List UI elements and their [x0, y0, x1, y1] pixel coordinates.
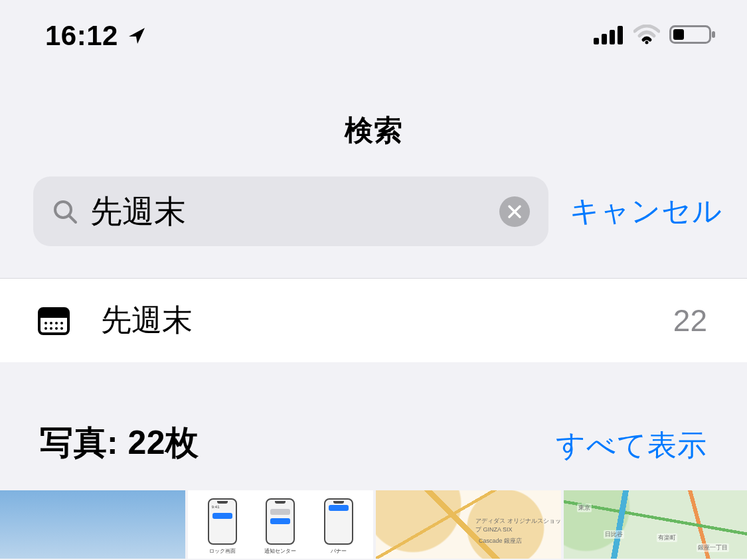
svg-point-17 [55, 322, 58, 324]
svg-point-4 [645, 41, 649, 44]
photo-thumbnail[interactable]: 東京 日比谷 有楽町 銀座一丁目 [564, 490, 747, 559]
search-row: キャンセル [0, 176, 747, 278]
status-time: 16:12 [45, 20, 118, 52]
svg-line-9 [69, 216, 76, 222]
search-field[interactable] [33, 176, 548, 246]
status-bar: 16:12 [0, 0, 747, 72]
page-title: 検索 [345, 72, 403, 176]
svg-rect-6 [673, 29, 684, 40]
map-label: 銀座一丁目 [697, 543, 729, 552]
status-left: 16:12 [45, 20, 147, 52]
map-label: 東京 [577, 504, 592, 512]
wifi-icon [633, 25, 660, 47]
photo-thumbnail[interactable]: 9:41 ロック画面 通知センター バナー [188, 490, 373, 559]
thumb-label: ロック画面 [205, 547, 240, 555]
svg-point-20 [50, 327, 52, 330]
svg-rect-2 [610, 30, 615, 44]
svg-point-16 [50, 322, 52, 324]
photo-thumbnail[interactable]: アディダス オリジナルスショップ GINZA SIX Cascade 銀座店 [376, 490, 561, 559]
cancel-button[interactable]: キャンセル [570, 192, 722, 231]
clear-search-button[interactable] [499, 196, 530, 227]
thumb-label: 通知センター [263, 547, 297, 555]
svg-rect-3 [618, 26, 623, 44]
status-right [594, 24, 717, 48]
svg-point-19 [44, 327, 47, 330]
see-all-button[interactable]: すべて表示 [556, 426, 707, 465]
svg-rect-0 [594, 38, 599, 44]
battery-icon [669, 24, 717, 48]
photos-heading: 写真: 22枚 [40, 421, 199, 465]
map-label: Cascade 銀座店 [479, 537, 522, 545]
svg-point-22 [60, 327, 63, 330]
svg-point-18 [60, 322, 63, 324]
map-label: アディダス オリジナルスショップ GINZA SIX [475, 517, 561, 534]
map-label: 有楽町 [657, 533, 677, 542]
thumb-time: 9:41 [212, 505, 220, 509]
svg-point-15 [44, 322, 47, 324]
suggestion-label: 先週末 [101, 300, 643, 341]
svg-rect-14 [39, 314, 68, 318]
photo-thumbnail[interactable] [0, 490, 185, 559]
map-label: 日比谷 [604, 530, 624, 539]
location-icon [126, 25, 147, 46]
photo-thumbnails: 9:41 ロック画面 通知センター バナー アディダス オリジナルスショップ G… [0, 490, 747, 559]
search-icon [52, 198, 78, 225]
cellular-icon [594, 25, 624, 47]
photos-section-header: 写真: 22枚 すべて表示 [0, 362, 747, 465]
search-input[interactable] [90, 193, 487, 230]
suggestion-count: 22 [673, 303, 707, 338]
svg-rect-7 [712, 31, 715, 38]
search-suggestion-row[interactable]: 先週末 22 [0, 278, 747, 362]
svg-point-21 [55, 327, 58, 330]
nav-title-row: 検索 [0, 72, 747, 176]
thumb-label: バナー [321, 547, 356, 555]
calendar-icon [37, 305, 70, 336]
svg-rect-1 [602, 34, 607, 44]
